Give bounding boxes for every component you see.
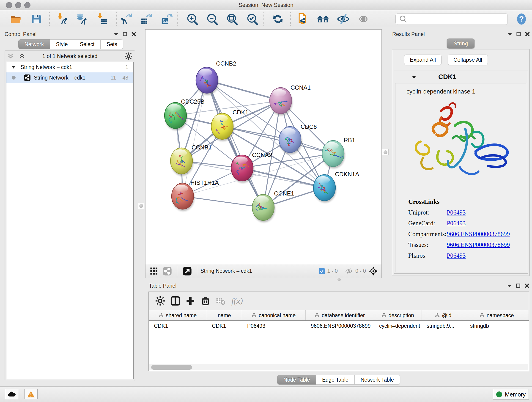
expand-all-button[interactable]: Expand All — [404, 55, 442, 65]
table-options-button[interactable] — [152, 293, 168, 308]
network-collection-row[interactable]: String Network – cdk1 1 — [6, 62, 133, 72]
cloud-status-button[interactable] — [5, 389, 18, 399]
tab-network[interactable]: Network — [18, 39, 50, 49]
node-CDC25B[interactable]: CDC25B — [165, 98, 205, 130]
node-RB1[interactable]: RB1 — [322, 137, 355, 168]
edge-HIST1H1A-CCNE1[interactable] — [183, 196, 263, 207]
network-row[interactable]: String Network – cdk1 11 48 — [6, 72, 133, 83]
panel-menu-icon[interactable] — [114, 32, 119, 36]
eye-slash-icon — [336, 12, 350, 26]
tab-string[interactable]: String — [447, 38, 475, 49]
column-header-description[interactable]: description — [374, 310, 422, 320]
copy-network-button[interactable] — [296, 12, 310, 26]
node-CDKN1A[interactable]: CDKN1A — [313, 171, 359, 203]
splitter-dot — [384, 150, 387, 154]
tab-select[interactable]: Select — [74, 39, 101, 49]
grid-view-button[interactable] — [147, 265, 161, 277]
export-table-button[interactable] — [139, 12, 153, 26]
import-table-file-button[interactable] — [94, 12, 109, 26]
tab-style[interactable]: Style — [50, 39, 74, 49]
help-icon: ? — [515, 12, 528, 26]
network-options-button[interactable] — [122, 51, 135, 61]
panel-close-icon[interactable] — [525, 32, 530, 36]
node-CCNE1[interactable]: CCNE1 — [252, 190, 294, 222]
expander-icon[interactable] — [12, 65, 16, 69]
network-canvas[interactable]: CCNB2CCNA1CDC25BCDK1CDC6RB1CCNB1CCNA2CDK… — [146, 30, 381, 264]
zoom-selected-button[interactable] — [245, 12, 260, 26]
panel-close-icon[interactable] — [525, 283, 529, 288]
node-CCNB1[interactable]: CCNB1 — [171, 144, 212, 176]
save-session-button[interactable] — [29, 12, 44, 26]
help-button[interactable]: ? — [514, 12, 529, 26]
tab-network-table[interactable]: Network Table — [355, 375, 400, 385]
import-network-database-button[interactable] — [74, 12, 89, 26]
column-header-database-identifier[interactable]: database identifier — [306, 310, 374, 320]
collapse-all-button[interactable]: Collapse All — [448, 55, 488, 65]
panel-close-icon[interactable] — [132, 32, 136, 36]
column-header-shared-name[interactable]: shared name — [149, 310, 207, 320]
show-columns-button[interactable] — [168, 293, 183, 308]
show-all-button[interactable] — [356, 12, 371, 26]
column-header-namespace[interactable]: namespace — [465, 310, 529, 320]
crosslink-link[interactable]: P06493 — [447, 209, 466, 216]
panel-menu-icon[interactable] — [507, 284, 512, 288]
export-image-button[interactable] — [159, 12, 174, 26]
export-network-button[interactable] — [119, 12, 134, 26]
scrollbar-thumb[interactable] — [151, 365, 192, 370]
node-label-HIST1H1A: HIST1H1A — [190, 179, 219, 186]
right-splitter-handle[interactable] — [382, 149, 389, 155]
copy-network-icon — [297, 13, 309, 26]
warnings-button[interactable] — [24, 389, 38, 399]
tab-node-table[interactable]: Node Table — [277, 375, 316, 385]
refresh-button[interactable] — [271, 12, 285, 26]
crosslink-link[interactable]: 9606.ENSP00000378699 — [447, 241, 510, 248]
tab-sets[interactable]: Sets — [101, 39, 123, 49]
open-session-button[interactable] — [9, 12, 23, 26]
node-CDC6[interactable]: CDC6 — [279, 123, 317, 154]
zoom-out-button[interactable] — [205, 12, 220, 26]
panel-float-icon[interactable] — [123, 32, 127, 36]
zoom-in-button[interactable] — [185, 12, 200, 26]
panel-menu-icon[interactable] — [507, 32, 512, 36]
panel-float-icon[interactable] — [516, 283, 520, 288]
gene-section-header[interactable]: CDK1 — [394, 71, 528, 83]
column-header-label: canonical name — [259, 313, 296, 319]
refresh-icon — [272, 13, 284, 25]
first-neighbors-button[interactable] — [316, 12, 331, 26]
gear-icon — [156, 296, 165, 306]
import-network-file-button[interactable] — [55, 12, 69, 26]
hidden-count-badge: 0 - 0 — [355, 268, 366, 274]
search-input[interactable] — [409, 14, 507, 24]
column-header-canonical-name[interactable]: canonical name — [242, 310, 306, 320]
gear-icon — [125, 52, 132, 60]
node-CCNB2[interactable]: CCNB2 — [196, 60, 236, 95]
delete-column-button[interactable] — [198, 293, 213, 308]
node-CDK1[interactable]: CDK1 — [211, 109, 248, 141]
birds-eye-view-button[interactable] — [161, 265, 174, 277]
crosslink-link[interactable]: P06493 — [447, 252, 466, 259]
node-CCNA2[interactable]: CCNA2 — [231, 152, 272, 183]
fit-selected-button[interactable] — [366, 265, 380, 277]
detach-view-button[interactable] — [181, 265, 194, 277]
delete-table-button[interactable] — [213, 293, 228, 308]
crosslink-link[interactable]: P06493 — [447, 220, 466, 227]
function-builder-button[interactable]: f(x) — [231, 296, 243, 306]
edge-CCNB2-HIST1H1A[interactable] — [183, 80, 207, 196]
collapse-icon[interactable] — [412, 75, 416, 79]
column-header-at-id[interactable]: @id — [422, 310, 465, 320]
zoom-fit-button[interactable] — [225, 12, 240, 26]
crosslink-link[interactable]: 9606.ENSP00000378699 — [447, 230, 510, 237]
hide-selected-button[interactable] — [336, 12, 351, 26]
hidden-eye-icon[interactable] — [344, 268, 353, 274]
edge-CCNB2-CCNE1[interactable] — [207, 80, 263, 207]
left-splitter-handle[interactable] — [138, 203, 144, 209]
memory-button[interactable]: Memory — [493, 389, 529, 400]
node-HIST1H1A[interactable]: HIST1H1A — [172, 179, 219, 211]
tab-edge-table[interactable]: Edge Table — [316, 375, 355, 385]
table-row[interactable]: CDK1CDK1P064939606.ENSP00000378699cyclin… — [149, 321, 529, 331]
add-column-button[interactable] — [183, 293, 198, 308]
panel-float-icon[interactable] — [516, 32, 521, 36]
column-header-name[interactable]: name — [207, 310, 242, 320]
horizontal-scrollbar[interactable] — [149, 364, 528, 370]
selected-nodes-checkbox[interactable] — [319, 268, 325, 274]
